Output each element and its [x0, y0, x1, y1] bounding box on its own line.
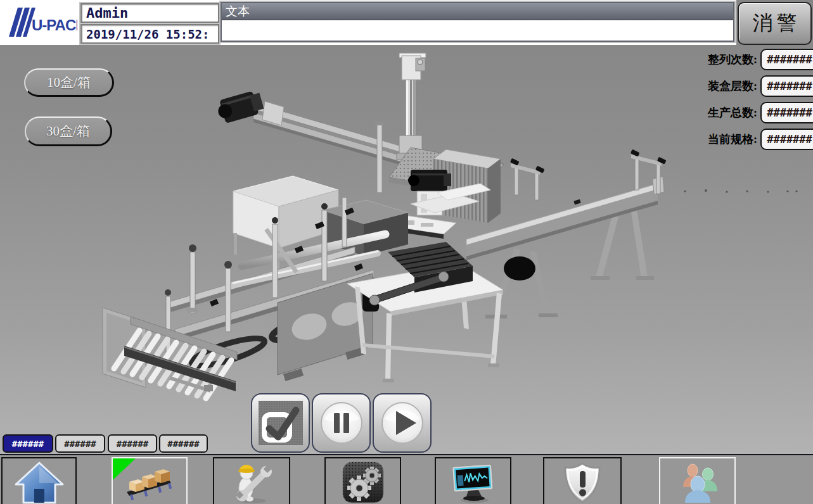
dot-markers [684, 189, 797, 193]
company-logo: U-PACK [4, 3, 77, 42]
nav-alarm-button[interactable] [543, 457, 622, 504]
alarm-shield-icon [562, 462, 603, 503]
carton-magazine [233, 176, 339, 270]
nav-home-button[interactable] [1, 457, 77, 504]
start-button[interactable] [373, 393, 432, 453]
recipe-slot-3[interactable]: ###### [108, 434, 157, 453]
recipe-slot-2[interactable]: ###### [55, 434, 105, 453]
logged-in-user-field[interactable]: Admin [80, 3, 219, 23]
nav-settings-button[interactable] [324, 457, 401, 504]
settings-gears-icon [342, 462, 384, 503]
monitor-trend-icon [448, 462, 499, 503]
bottom-nav-bar [0, 454, 813, 504]
nav-maintenance-button[interactable] [213, 457, 290, 504]
recipe-slot-1[interactable]: ###### [3, 434, 53, 453]
roller-conveyor [103, 308, 237, 398]
machine-housing [322, 200, 408, 256]
work-table [347, 242, 503, 382]
hmi-screen: U-PACK Admin 2019/11/26 15:52: 文本 消警 整列次… [0, 0, 813, 504]
confirm-button[interactable] [251, 393, 310, 453]
stat-label: 装盒层数: [708, 79, 757, 94]
datetime-field: 2019/11/26 15:52: [80, 24, 219, 44]
finned-unit [433, 149, 501, 223]
spec-10-per-box-button[interactable]: 10盒/箱 [24, 68, 114, 97]
stat-value: ####### [760, 102, 813, 123]
alarm-message-list[interactable]: 文本 [221, 2, 734, 42]
nav-conveyor-overview-button[interactable] [112, 457, 188, 504]
play-icon [380, 400, 425, 446]
deflector-plate [411, 194, 479, 213]
stat-value: ####### [760, 129, 813, 150]
stat-row: 生产总数: ####### [708, 102, 813, 123]
pause-icon [319, 400, 364, 446]
home-icon [14, 461, 65, 504]
stat-row: 当前规格: ####### [708, 129, 813, 150]
stat-row: 整列次数: ####### [708, 49, 813, 70]
checkbox-checked-icon [259, 401, 303, 445]
outfeed-conveyor [466, 149, 667, 318]
stat-label: 整列次数: [708, 52, 757, 67]
stat-value: ####### [760, 75, 813, 97]
running-flag-icon [113, 458, 186, 503]
pause-button[interactable] [312, 393, 371, 453]
recipe-slot-4[interactable]: ###### [159, 434, 208, 453]
hoist-motor [375, 170, 456, 239]
stat-value: ####### [760, 49, 813, 70]
cartoning-machine [165, 198, 385, 381]
stat-label: 生产总数: [708, 105, 757, 120]
alarm-message-column-header: 文本 [222, 3, 733, 20]
perforated-deck [389, 148, 504, 199]
maintenance-wrench-icon [228, 460, 275, 504]
vertical-mast [375, 53, 426, 192]
stat-row: 装盒层数: ####### [708, 75, 813, 97]
spec-30-per-box-button[interactable]: 30盒/箱 [25, 117, 112, 146]
logo-text: U-PACK [32, 16, 77, 34]
deflector-plate-2 [437, 184, 490, 200]
alarm-message-body [222, 20, 733, 41]
users-icon [675, 462, 720, 503]
nav-monitor-button[interactable] [435, 457, 511, 504]
stat-label: 当前规格: [708, 132, 757, 147]
gantry-axis [215, 89, 402, 165]
nav-users-button[interactable] [659, 457, 736, 504]
clear-alarm-button[interactable]: 消警 [738, 2, 812, 45]
